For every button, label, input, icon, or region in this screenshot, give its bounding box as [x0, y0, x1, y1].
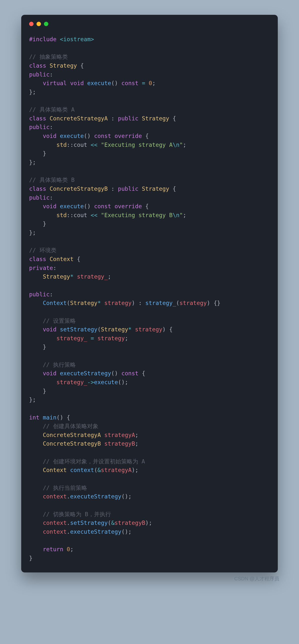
comment: // 切换策略为 B，并执行 — [43, 511, 111, 518]
comment: // 具体策略类 B — [29, 177, 74, 183]
preproc: #include — [29, 36, 56, 42]
window-titlebar — [29, 22, 270, 26]
code-window: #include <iostream> // 抽象策略类 class Strat… — [21, 15, 278, 572]
maximize-icon[interactable] — [44, 22, 48, 26]
comment: // 创建具体策略对象 — [43, 423, 98, 429]
close-icon[interactable] — [29, 22, 34, 26]
include-target: <iostream> — [60, 36, 94, 42]
code-block: #include <iostream> // 抽象策略类 class Strat… — [29, 35, 270, 562]
watermark: CSDN @人才程序员 — [234, 576, 279, 582]
comment: // 环境类 — [29, 247, 56, 254]
comment: // 设置策略 — [43, 318, 76, 324]
comment: // 具体策略类 A — [29, 106, 74, 113]
comment: // 执行当前策略 — [43, 484, 87, 491]
minimize-icon[interactable] — [36, 22, 41, 26]
comment: // 抽象策略类 — [29, 54, 68, 60]
comment: // 创建环境对象，并设置初始策略为 A — [43, 458, 145, 464]
comment: // 执行策略 — [43, 362, 76, 368]
